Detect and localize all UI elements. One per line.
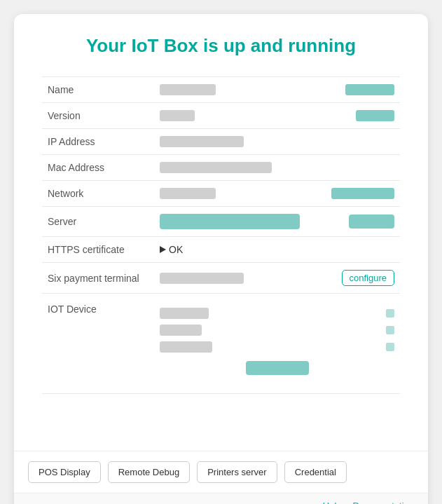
pos-display-button[interactable]: POS Display bbox=[28, 461, 101, 483]
value-name bbox=[154, 77, 400, 103]
label-version: Version bbox=[42, 103, 154, 129]
row-payment: Six payment terminal configure bbox=[42, 263, 400, 294]
label-iot-device: IOT Device bbox=[42, 294, 154, 394]
row-server: Server bbox=[42, 207, 400, 237]
iot-item1-icon bbox=[386, 309, 394, 318]
name-blurred-value bbox=[160, 84, 216, 95]
version-action-blurred bbox=[356, 110, 394, 121]
printers-server-button[interactable]: Printers server bbox=[197, 461, 277, 483]
payment-value-cell: configure bbox=[160, 270, 394, 286]
documentation-link[interactable]: Documentation bbox=[353, 500, 414, 504]
iot-item3-name bbox=[160, 341, 212, 353]
row-iot-device: IOT Device bbox=[42, 294, 400, 394]
ip-blurred-value bbox=[160, 136, 244, 147]
row-https: HTTPS certificate OK bbox=[42, 237, 400, 263]
remote-debug-button[interactable]: Remote Debug bbox=[108, 461, 190, 483]
label-payment: Six payment terminal bbox=[42, 263, 154, 294]
server-input-blurred[interactable] bbox=[160, 214, 300, 229]
ip-value-cell bbox=[160, 136, 394, 147]
iot-device-action-area bbox=[160, 361, 394, 375]
value-iot-device bbox=[154, 294, 400, 394]
iot-box-card: Your IoT Box is up and running Name bbox=[14, 14, 428, 504]
iot-device-item-3 bbox=[160, 341, 394, 353]
row-ip: IP Address bbox=[42, 129, 400, 155]
version-value-cell bbox=[160, 110, 394, 121]
network-value-cell bbox=[160, 188, 394, 199]
info-table: Name Version bbox=[42, 76, 400, 394]
iot-device-action-btn[interactable] bbox=[246, 361, 309, 375]
row-name: Name bbox=[42, 77, 400, 103]
card-body: Your IoT Box is up and running Name bbox=[14, 14, 428, 451]
network-blurred-value bbox=[160, 188, 216, 199]
row-mac: Mac Address bbox=[42, 155, 400, 181]
server-btn-blurred[interactable] bbox=[349, 214, 394, 229]
value-ip bbox=[154, 129, 400, 155]
footer-links-bar: Help Documentation bbox=[14, 493, 428, 504]
server-value-cell bbox=[160, 214, 394, 229]
configure-button[interactable]: configure bbox=[342, 270, 394, 286]
mac-blurred-value bbox=[160, 162, 272, 173]
value-network bbox=[154, 181, 400, 207]
iot-item3-icon bbox=[386, 343, 394, 351]
value-server bbox=[154, 207, 400, 237]
https-triangle-icon bbox=[160, 246, 166, 253]
iot-device-item-2 bbox=[160, 325, 394, 336]
bottom-buttons-bar: POS Display Remote Debug Printers server… bbox=[14, 451, 428, 493]
help-link[interactable]: Help bbox=[323, 500, 342, 504]
https-status-label: OK bbox=[169, 244, 183, 255]
https-status-text: OK bbox=[160, 244, 394, 255]
iot-device-list bbox=[160, 301, 394, 386]
value-version bbox=[154, 103, 400, 129]
payment-blurred-value bbox=[160, 273, 244, 284]
iot-item1-name bbox=[160, 308, 209, 319]
label-server: Server bbox=[42, 207, 154, 237]
name-action-blurred bbox=[345, 84, 394, 95]
label-network: Network bbox=[42, 181, 154, 207]
label-ip: IP Address bbox=[42, 129, 154, 155]
iot-item2-icon bbox=[386, 326, 394, 334]
credential-button[interactable]: Credential bbox=[284, 461, 347, 483]
label-https: HTTPS certificate bbox=[42, 237, 154, 263]
row-network: Network bbox=[42, 181, 400, 207]
label-mac: Mac Address bbox=[42, 155, 154, 181]
iot-device-item-1 bbox=[160, 308, 394, 319]
mac-value-cell bbox=[160, 162, 394, 173]
page-title: Your IoT Box is up and running bbox=[42, 35, 400, 57]
label-name: Name bbox=[42, 77, 154, 103]
value-https: OK bbox=[154, 237, 400, 263]
network-action-blurred bbox=[331, 188, 394, 199]
value-payment: configure bbox=[154, 263, 400, 294]
version-blurred-value bbox=[160, 110, 195, 121]
name-value-cell bbox=[160, 84, 394, 95]
row-version: Version bbox=[42, 103, 400, 129]
iot-item2-name bbox=[160, 325, 202, 336]
value-mac bbox=[154, 155, 400, 181]
